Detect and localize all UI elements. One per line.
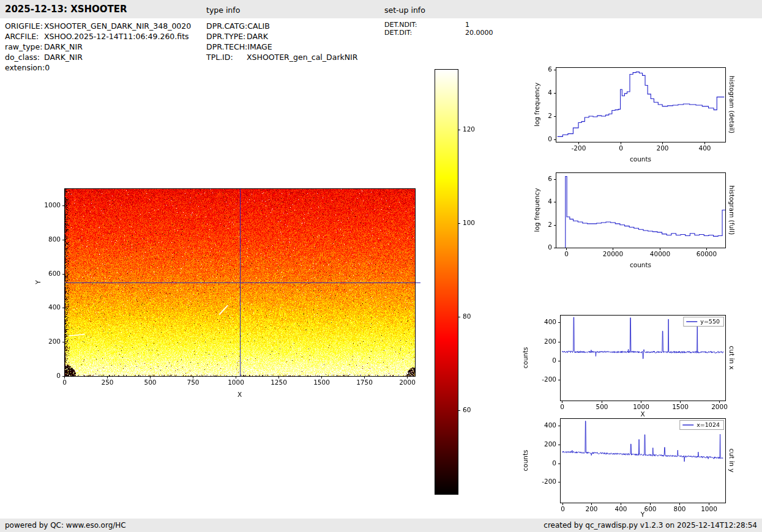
setup-info-block: DET.NDIT: 1 DET.DIT: 20.0000 xyxy=(384,21,493,37)
meta-label: extension: xyxy=(5,62,45,73)
meta-extension: extension: 0 xyxy=(5,62,191,73)
meta-value: IMAGE xyxy=(247,42,272,52)
file-info-block: ORIGFILE: XSHOOTER_GEN_DARK_NIR_348_0020… xyxy=(5,21,191,73)
setup-info-heading: set-up info xyxy=(384,6,425,15)
meta-label: do_class: xyxy=(5,52,44,62)
meta-value: 20.0000 xyxy=(465,29,493,37)
meta-label: ORIGFILE: xyxy=(5,21,44,31)
cut-in-x-plot xyxy=(517,306,762,422)
meta-label: TPL.ID: xyxy=(206,52,247,62)
meta-det-ndit: DET.NDIT: 1 xyxy=(384,21,493,29)
meta-value: DARK xyxy=(247,31,268,42)
meta-label: DPR.TECH: xyxy=(206,42,247,52)
meta-value: XSHOOTER_GEN_DARK_NIR_348_0020 xyxy=(44,21,191,31)
meta-dpr-tech: DPR.TECH: IMAGE xyxy=(206,42,357,52)
type-info-block: DPR.CATG: CALIB DPR.TYPE: DARK DPR.TECH:… xyxy=(206,21,357,62)
meta-value: XSHOOTER_gen_cal_DarkNIR xyxy=(247,52,357,62)
meta-arcfile: ARCFILE: XSHOO.2025-12-14T11:06:49.260.f… xyxy=(5,31,191,42)
meta-det-dit: DET.DIT: 20.0000 xyxy=(384,29,493,37)
meta-dpr-type: DPR.TYPE: DARK xyxy=(206,31,357,42)
meta-value: DARK_NIR xyxy=(44,52,83,62)
meta-raw-type: raw_type: DARK_NIR xyxy=(5,42,191,52)
histogram-detail-plot xyxy=(517,58,762,168)
cut-in-y-plot xyxy=(517,410,762,530)
qc-home-link[interactable]: powered by QC: www.eso.org/HC xyxy=(5,521,126,530)
raw-image-plot xyxy=(24,177,428,407)
meta-label: DPR.TYPE: xyxy=(206,31,247,42)
created-by-text: created by qc_rawdisp.py v1.2.3 on 2025-… xyxy=(543,521,757,530)
meta-dpr-catg: DPR.CATG: CALIB xyxy=(206,21,357,31)
meta-value: 1 xyxy=(465,21,469,29)
meta-label: DET.DIT: xyxy=(384,29,465,37)
meta-label: DPR.CATG: xyxy=(206,21,247,31)
meta-do-class: do_class: DARK_NIR xyxy=(5,52,191,62)
meta-label: DET.NDIT: xyxy=(384,21,465,29)
histogram-full-plot xyxy=(517,163,762,276)
meta-value: XSHOO.2025-12-14T11:06:49.260.fits xyxy=(44,31,189,42)
meta-label: raw_type: xyxy=(5,42,44,52)
colorbar xyxy=(431,64,476,501)
qc-report-page: 2025-12-13: XSHOOTER type info set-up in… xyxy=(0,0,762,532)
meta-label: ARCFILE: xyxy=(5,31,44,42)
footer-bar: powered by QC: www.eso.org/HC created by… xyxy=(0,519,762,532)
meta-value: DARK_NIR xyxy=(44,42,83,52)
meta-value: 0 xyxy=(45,62,50,73)
meta-origfile: ORIGFILE: XSHOOTER_GEN_DARK_NIR_348_0020 xyxy=(5,21,191,31)
report-title: 2025-12-13: XSHOOTER xyxy=(5,4,127,15)
type-info-heading: type info xyxy=(206,6,240,15)
header-bar: 2025-12-13: XSHOOTER type info set-up in… xyxy=(0,0,762,18)
meta-value: CALIB xyxy=(247,21,270,31)
meta-tpl-id: TPL.ID: XSHOOTER_gen_cal_DarkNIR xyxy=(206,52,357,62)
